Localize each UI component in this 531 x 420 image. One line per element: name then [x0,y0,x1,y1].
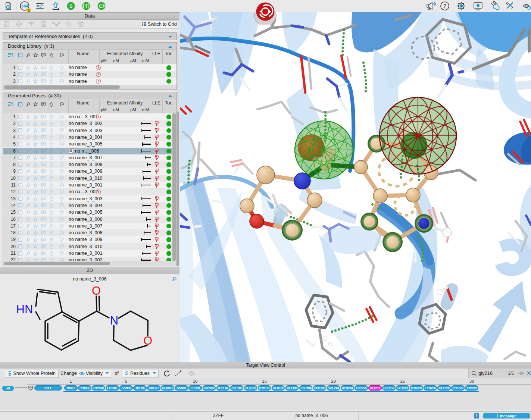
svg-text:C: C [99,3,103,9]
svg-text:2: 2 [28,9,29,12]
svg-text:?: ? [443,3,446,9]
svg-text:T: T [85,4,88,9]
svg-text:HN: HN [16,303,33,316]
svg-text:ph4: ph4 [21,4,28,8]
svg-text:S: S [69,3,73,9]
svg-text:O: O [143,334,152,347]
svg-text:N: N [110,314,118,327]
svg-text:O: O [92,284,101,297]
